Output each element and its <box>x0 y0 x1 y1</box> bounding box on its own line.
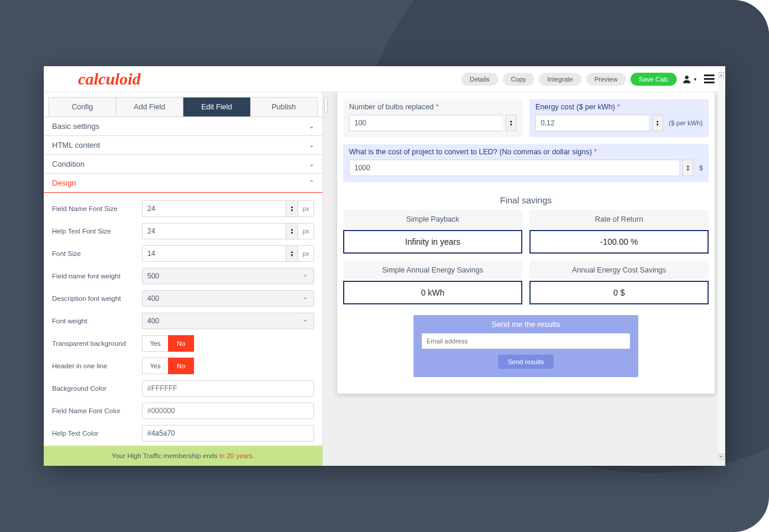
field-project-cost[interactable]: What is the cost of project to convert t… <box>343 144 709 182</box>
splitter-grip-icon: ⋮ <box>324 97 328 112</box>
scroll-down-icon[interactable]: ▼ <box>718 454 724 460</box>
field-energy-cost[interactable]: Energy cost ($ per kWh) * ▲▼ ($ per kWh) <box>529 99 709 137</box>
membership-banner: Your High Traffic membership ends in 20 … <box>44 446 322 466</box>
row-help-text-font-size: Help Text Font Size ▲▼ px <box>52 220 314 242</box>
label: Description font weight <box>52 295 136 302</box>
preview-button[interactable]: Preview <box>586 73 626 86</box>
send-results-title: Send me the results <box>422 320 630 329</box>
field-cost-input[interactable] <box>349 160 679 176</box>
row-font-size: Font Size ▲▼ px <box>52 242 314 265</box>
result-label: Simple Payback <box>343 210 522 229</box>
topbar-actions: Details Copy Integrate Preview Save Calc… <box>461 72 717 86</box>
help-text-color-input[interactable] <box>142 425 314 442</box>
menu-button[interactable] <box>702 72 717 86</box>
chevron-up-icon: ⌃ <box>309 179 314 187</box>
row-description-font-weight: Description font weight 400 <box>52 287 314 310</box>
label: Header in one line <box>52 362 136 369</box>
send-email-input[interactable] <box>422 333 630 349</box>
accordion-design-header[interactable]: Design ⌃ <box>44 174 322 193</box>
splitter[interactable]: ⋮ <box>323 92 329 466</box>
stepper-icon[interactable]: ▲▼ <box>683 160 693 176</box>
app-window: calculoid Details Copy Integrate Preview… <box>44 66 725 466</box>
result-label: Simple Annual Energy Savings <box>343 261 522 280</box>
final-savings-heading: Final savings <box>343 195 709 205</box>
details-button[interactable]: Details <box>461 73 498 86</box>
accordion-condition-header[interactable]: Condition ⌄ <box>44 155 322 173</box>
result-value: -100.00 % <box>529 230 709 254</box>
transparent-bg-yes[interactable]: Yes <box>142 335 168 352</box>
user-menu[interactable]: ▾ <box>681 74 697 85</box>
accordion-html-label: HTML content <box>52 141 100 150</box>
field-name-font-weight-select[interactable]: 500 <box>142 268 314 284</box>
row-field-name-font-size: Field Name Font Size ▲▼ px <box>52 197 314 220</box>
row-font-color: Font Color <box>52 445 314 446</box>
unit-label: px <box>298 223 314 239</box>
scroll-up-icon[interactable]: ▲ <box>718 72 724 78</box>
stepper-icon[interactable]: ▲▼ <box>652 115 663 131</box>
field-cost-suffix: $ <box>697 164 703 171</box>
field-energy-title: Energy cost ($ per kWh) * <box>535 103 703 111</box>
field-bulbs-input[interactable] <box>349 115 502 131</box>
field-name-font-size-input[interactable] <box>142 200 286 217</box>
accordion-basic: Basic settings ⌄ <box>44 117 322 136</box>
stepper-icon[interactable]: ▲▼ <box>286 245 298 262</box>
results-grid: Simple Payback Infinity in years Rate of… <box>343 210 709 304</box>
accordion-html-header[interactable]: HTML content ⌄ <box>44 136 322 154</box>
accordion-basic-label: Basic settings <box>52 122 99 131</box>
topbar: calculoid Details Copy Integrate Preview… <box>44 66 725 92</box>
design-body: Field Name Font Size ▲▼ px Help Text Fon… <box>44 193 322 446</box>
send-results-button[interactable]: Send results <box>498 355 553 369</box>
chevron-down-icon: ⌄ <box>309 160 314 168</box>
bg-color-input[interactable] <box>142 380 314 397</box>
header-one-line-yes[interactable]: Yes <box>142 358 168 374</box>
scroll-track[interactable] <box>718 79 724 453</box>
stepper-icon[interactable]: ▲▼ <box>286 200 298 217</box>
header-one-line-no[interactable]: No <box>168 358 194 374</box>
stepper-icon[interactable]: ▲▼ <box>286 223 298 239</box>
field-name-color-input[interactable] <box>142 403 314 419</box>
accordion-basic-header[interactable]: Basic settings ⌄ <box>44 117 322 135</box>
tab-config[interactable]: Config <box>49 97 117 116</box>
description-font-weight-select[interactable]: 400 <box>142 290 314 307</box>
caret-down-icon: ▾ <box>694 76 697 82</box>
row-header-one-line: Header in one line Yes No <box>52 355 314 377</box>
tab-edit-field[interactable]: Edit Field <box>183 97 251 116</box>
font-weight-select[interactable]: 400 <box>142 313 314 329</box>
save-button[interactable]: Save Calc <box>631 73 677 86</box>
chevron-down-icon: ⌄ <box>309 141 314 149</box>
editor-tabs: Config Add Field Edit Field Publish <box>44 92 322 117</box>
result-rate-of-return: Rate of Return -100.00 % <box>529 210 709 254</box>
label: Font Size <box>52 250 136 257</box>
tab-publish[interactable]: Publish <box>251 97 318 116</box>
field-cost-title: What is the cost of project to convert t… <box>349 148 703 156</box>
field-bulbs[interactable]: Number of bulbs replaced * ▲▼ <box>343 99 522 137</box>
result-value: 0 $ <box>529 281 709 304</box>
accordion-design: Design ⌃ Field Name Font Size ▲▼ px <box>44 174 322 446</box>
result-value: 0 kWh <box>343 281 522 304</box>
user-icon <box>681 74 692 85</box>
app-logo[interactable]: calculoid <box>78 70 141 89</box>
result-label: Rate of Return <box>529 210 709 229</box>
result-value: Infinity in years <box>343 230 522 254</box>
row-field-name-color: Field Name Font Color <box>52 400 314 422</box>
window-scrollbar[interactable]: ▲ ▼ <box>718 72 724 460</box>
stepper-icon[interactable]: ▲▼ <box>506 115 516 131</box>
help-text-font-size-input[interactable] <box>142 223 286 239</box>
font-size-input[interactable] <box>142 245 286 262</box>
copy-button[interactable]: Copy <box>503 73 535 86</box>
integrate-button[interactable]: Integrate <box>539 73 581 86</box>
transparent-bg-no[interactable]: No <box>168 335 194 352</box>
accordion-design-label: Design <box>52 179 76 187</box>
row-field-name-font-weight: Field name font weight 500 <box>52 265 314 287</box>
label: Field name font weight <box>52 273 136 280</box>
accordion-condition-label: Condition <box>52 160 85 168</box>
field-bulbs-title: Number of bulbs replaced * <box>349 103 516 111</box>
tab-add-field[interactable]: Add Field <box>117 97 184 116</box>
row-font-weight: Font weight 400 <box>52 310 314 332</box>
field-energy-input[interactable] <box>535 115 649 131</box>
workspace: Config Add Field Edit Field Publish Basi… <box>44 92 725 466</box>
editor-panel: Config Add Field Edit Field Publish Basi… <box>44 92 323 466</box>
row-bg-color: Background Color <box>52 377 314 400</box>
membership-prefix: Your High Traffic membership ends <box>112 452 218 459</box>
label: Background Color <box>52 385 136 392</box>
